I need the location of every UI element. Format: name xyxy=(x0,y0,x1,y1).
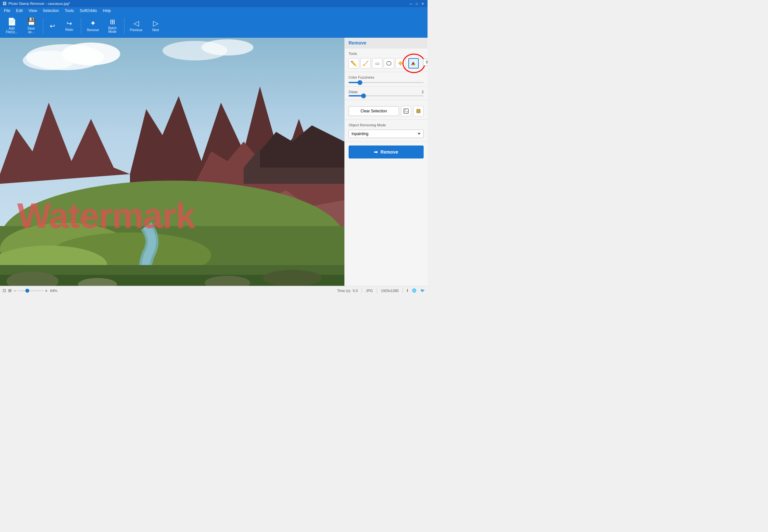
clear-selection-button[interactable]: Clear Selection xyxy=(349,106,399,116)
zoom-plus-button[interactable]: + xyxy=(45,288,47,293)
zoom-minus-button[interactable]: − xyxy=(14,288,16,293)
menu-selection[interactable]: Selection xyxy=(40,8,61,14)
window-title: Photo Stamp Remover - caucasus.jpg* xyxy=(8,2,70,6)
color-select-tool[interactable] xyxy=(408,58,419,69)
clear-selection-section: Clear Selection xyxy=(345,100,428,120)
remove-button-arrow: ➡ xyxy=(374,149,378,155)
right-panel: Remove Tools ✏️ 🧹 ▭ xyxy=(344,38,428,286)
close-button[interactable]: ✕ xyxy=(420,1,425,6)
toolbar-separator-1 xyxy=(43,18,43,34)
svg-point-20 xyxy=(263,270,322,286)
batch-mode-icon: ⊞ xyxy=(110,19,115,25)
remove-button[interactable]: ➡ Remove xyxy=(349,146,424,158)
share-web-icon[interactable]: 🌐 xyxy=(412,288,416,293)
selection-rect-icon[interactable]: ⊡ xyxy=(3,288,6,293)
status-bar-left: ⊡ ⊞ − + 64% xyxy=(3,288,333,293)
title-bar-left: 🖼 Photo Stamp Remover - caucasus.jpg* xyxy=(3,1,70,6)
toolbar-separator-3 xyxy=(124,18,124,34)
menu-tools[interactable]: Tools xyxy=(62,8,76,14)
dilate-label: Dilate xyxy=(349,90,358,94)
color-fuzziness-thumb[interactable] xyxy=(358,80,362,85)
panel-header: Remove xyxy=(345,38,428,48)
rect-select-tool[interactable]: ▭ xyxy=(372,58,382,69)
select-from-file-button[interactable] xyxy=(401,106,411,116)
status-divider-1 xyxy=(362,288,362,293)
selection-multi-icon[interactable]: ⊞ xyxy=(8,288,12,293)
info-icon[interactable]: ℹ xyxy=(407,288,408,293)
color-fuzziness-section: Color Fuzziness xyxy=(345,72,428,87)
zoom-control: − + 64% xyxy=(14,288,57,293)
minimize-button[interactable]: — xyxy=(409,1,413,6)
menu-view[interactable]: View xyxy=(26,8,40,14)
clear-selection-row: Clear Selection xyxy=(349,106,424,116)
tools-label: Tools xyxy=(349,52,424,56)
previous-icon: ◁ xyxy=(134,20,139,27)
color-fuzziness-track[interactable] xyxy=(349,82,424,83)
zoom-thumb[interactable] xyxy=(25,289,29,293)
redo-icon: ↪ xyxy=(67,20,72,27)
next-button[interactable]: ▷ Next xyxy=(147,16,165,36)
menu-help[interactable]: Help xyxy=(100,8,114,14)
magic-wand-tool[interactable] xyxy=(395,58,406,69)
tools-row: ✏️ 🧹 ▭ xyxy=(349,58,424,69)
title-bar: 🖼 Photo Stamp Remover - caucasus.jpg* — … xyxy=(0,0,428,7)
add-files-button[interactable]: 📄 Add File(s)... xyxy=(3,16,21,36)
save-as-button[interactable]: 💾 Save as... xyxy=(22,16,40,36)
menu-softorbits[interactable]: SoftOrbits xyxy=(77,8,99,14)
next-icon: ▷ xyxy=(153,20,159,27)
canvas-area[interactable]: Watermark xyxy=(0,38,344,286)
remove-toolbar-label: Remove xyxy=(87,28,99,32)
dilate-thumb[interactable] xyxy=(361,94,366,98)
menu-edit[interactable]: Edit xyxy=(13,8,25,14)
zoom-value: 64% xyxy=(50,289,57,293)
file-format: JPG xyxy=(366,289,373,293)
dilate-slider-row xyxy=(349,95,424,96)
undo-button[interactable]: ↩ xyxy=(46,16,59,36)
window-controls[interactable]: — □ ✕ xyxy=(409,1,425,6)
redo-button[interactable]: ↪ Redo xyxy=(60,16,78,36)
remove-button-toolbar[interactable]: ✦ Remove xyxy=(84,16,102,36)
select-color-button[interactable]: Select Color xyxy=(423,59,428,66)
main-content: Watermark Remove Tools ✏️ 🧹 ▭ xyxy=(0,38,428,286)
add-files-icon: 📄 xyxy=(7,18,16,25)
eraser-tool[interactable]: 🧹 xyxy=(360,58,371,69)
object-removing-label: Object Removing Mode xyxy=(349,123,424,127)
next-label: Next xyxy=(152,28,159,32)
select-color-wrapper: Select Color xyxy=(408,58,419,69)
canvas-image xyxy=(0,38,344,286)
toolbar: 📄 Add File(s)... 💾 Save as... ↩ ↪ Redo ✦… xyxy=(0,14,428,38)
svg-rect-29 xyxy=(412,64,415,65)
batch-mode-button[interactable]: ⊞ Batch Mode xyxy=(103,16,122,36)
pencil-tool[interactable]: ✏️ xyxy=(349,58,359,69)
zoom-track[interactable] xyxy=(18,290,44,291)
svg-point-3 xyxy=(23,51,75,70)
app-icon: 🖼 xyxy=(3,1,6,6)
select-from-clipboard-button[interactable] xyxy=(413,106,424,116)
menu-bar: File Edit View Selection Tools SoftOrbit… xyxy=(0,7,428,14)
share-twitter-icon[interactable]: 🐦 xyxy=(420,288,425,293)
panel-title: Remove xyxy=(349,40,366,45)
previous-button[interactable]: ◁ Previous xyxy=(127,16,145,36)
add-files-label: Add File(s)... xyxy=(6,27,18,34)
tools-section: Tools ✏️ 🧹 ▭ xyxy=(345,48,428,72)
object-removing-dropdown[interactable]: Inpainting Content Aware Fill Blur xyxy=(349,130,424,138)
lasso-tool[interactable] xyxy=(384,58,394,69)
status-bar: ⊡ ⊞ − + 64% Time (s): 5.0 JPG 1920x1280 … xyxy=(0,286,428,295)
dilate-value: 2 xyxy=(422,90,424,94)
remove-icon: ✦ xyxy=(90,20,96,27)
dilate-track[interactable] xyxy=(349,95,424,96)
svg-point-23 xyxy=(387,61,391,65)
maximize-button[interactable]: □ xyxy=(415,1,419,6)
status-bar-right: Time (s): 5.0 JPG 1920x1280 ℹ 🌐 🐦 xyxy=(337,288,425,293)
save-as-label: Save as... xyxy=(28,27,35,34)
color-fuzziness-label: Color Fuzziness xyxy=(349,75,424,79)
color-fuzziness-slider-row xyxy=(349,82,424,83)
image-dimensions: 1920x1280 xyxy=(381,289,399,293)
svg-point-28 xyxy=(400,63,401,64)
undo-icon: ↩ xyxy=(50,23,55,29)
menu-file[interactable]: File xyxy=(1,8,13,14)
redo-label: Redo xyxy=(65,28,73,32)
svg-point-5 xyxy=(201,39,253,56)
status-divider-3 xyxy=(403,288,403,293)
svg-rect-31 xyxy=(404,109,406,110)
